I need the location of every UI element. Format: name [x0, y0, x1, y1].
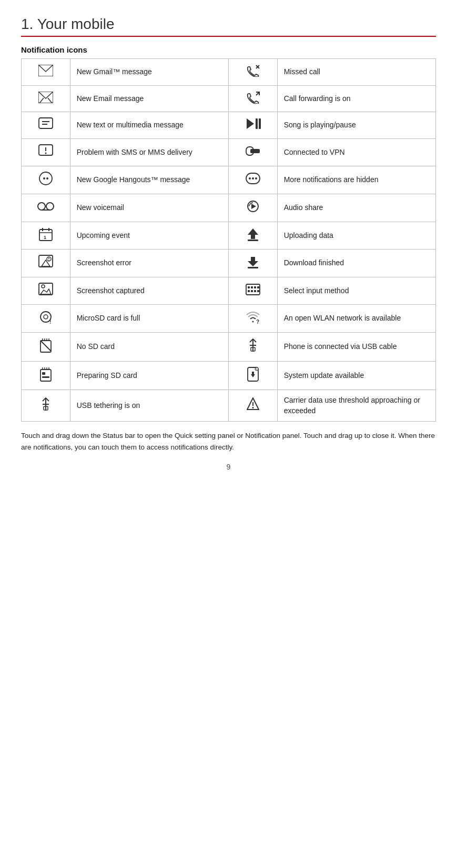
svg-line-4 [39, 98, 44, 103]
svg-rect-47 [246, 284, 260, 295]
left-label-9: MicroSD card is full [70, 305, 228, 333]
left-label-4: New Google Hangouts™ message [70, 166, 228, 194]
svg-rect-7 [39, 118, 53, 128]
screenshot-error-icon [22, 250, 70, 277]
sms-error-icon [22, 138, 70, 166]
system-update-icon [228, 361, 277, 390]
preparing-sd-icon [22, 361, 70, 390]
table-row: New voicemail Audio share [22, 194, 436, 222]
svg-marker-29 [251, 204, 256, 209]
svg-rect-50 [254, 286, 256, 288]
svg-rect-52 [248, 290, 250, 292]
svg-point-25 [38, 203, 45, 210]
notification-table: New Gmail™ message Missed call New Email… [21, 58, 436, 422]
svg-point-26 [46, 203, 54, 210]
svg-text:?: ? [256, 319, 259, 324]
usb-icon [228, 332, 277, 361]
table-row: Problem with SMS or MMS delivery Connect… [22, 138, 436, 166]
right-label-1: Call forwarding is on [277, 85, 435, 112]
right-label-6: Uploading data [277, 222, 435, 250]
svg-point-22 [249, 177, 251, 179]
download-icon [228, 250, 277, 277]
svg-rect-74 [42, 372, 45, 375]
left-label-5: New voicemail [70, 194, 228, 222]
right-label-4: More notifications are hidden [277, 166, 435, 194]
svg-rect-75 [42, 376, 49, 378]
svg-text:!: ! [49, 319, 51, 324]
svg-point-15 [45, 152, 46, 154]
page-number: 9 [21, 463, 436, 471]
svg-point-57 [44, 315, 48, 319]
left-label-8: Screenshot captured [70, 277, 228, 305]
svg-marker-35 [248, 228, 258, 239]
right-label-9: An open WLAN network is available [277, 305, 435, 333]
sms-icon [22, 112, 70, 139]
svg-rect-12 [259, 118, 261, 129]
usb-tether-icon [22, 390, 70, 422]
right-label-3: Connected to VPN [277, 138, 435, 166]
right-label-5: Audio share [277, 194, 435, 222]
right-label-7: Download finished [277, 250, 435, 277]
left-label-0: New Gmail™ message [70, 59, 228, 86]
svg-marker-10 [247, 118, 254, 129]
svg-point-20 [46, 177, 48, 179]
audio-share-icon [228, 194, 277, 222]
svg-point-86 [252, 407, 253, 408]
screenshot-captured-icon [22, 277, 70, 305]
right-label-11: System update available [277, 361, 435, 390]
table-row: New Google Hangouts™ message More notifi… [22, 166, 436, 194]
footer-text: Touch and drag down the Status bar to op… [21, 430, 436, 453]
svg-marker-77 [251, 372, 255, 377]
svg-rect-43 [248, 267, 258, 268]
left-label-7: Screenshot error [70, 250, 228, 277]
right-label-2: Song is playing/pause [277, 112, 435, 139]
left-label-1: New Email message [70, 85, 228, 112]
more-notif-icon [228, 166, 277, 194]
svg-rect-36 [248, 240, 258, 241]
wlan-icon: ? [228, 305, 277, 333]
svg-point-19 [43, 177, 45, 179]
section-title: Notification icons [21, 45, 436, 54]
left-label-10: No SD card [70, 332, 228, 361]
missed-call-icon [228, 59, 277, 86]
left-label-12: USB tethering is on [70, 390, 228, 422]
svg-point-23 [252, 177, 254, 179]
no-sd-icon [22, 332, 70, 361]
svg-rect-51 [257, 286, 259, 288]
svg-rect-11 [256, 118, 258, 129]
vpn-icon [228, 138, 277, 166]
table-row: No SD card Phone is connected via USB ca… [22, 332, 436, 361]
svg-line-5 [48, 98, 52, 103]
hangouts-icon [22, 166, 70, 194]
voicemail-icon [22, 194, 70, 222]
upcoming-event-icon: 1 [22, 222, 70, 250]
table-row: New text or multimedia message Song is p… [22, 112, 436, 139]
svg-rect-37 [39, 255, 53, 267]
svg-rect-69 [40, 370, 51, 381]
svg-rect-55 [257, 290, 259, 292]
table-row: USB tethering is on Carrier data use thr… [22, 390, 436, 422]
table-row: 1 Upcoming event Uploading data [22, 222, 436, 250]
svg-point-46 [42, 285, 45, 288]
gmail-icon [22, 59, 70, 86]
svg-point-18 [39, 172, 52, 185]
carrier-data-icon [228, 390, 277, 422]
svg-text:1: 1 [44, 235, 46, 240]
left-label-3: Problem with SMS or MMS delivery [70, 138, 228, 166]
input-method-icon [228, 277, 277, 305]
svg-point-80 [257, 369, 257, 370]
svg-rect-53 [251, 290, 253, 292]
svg-line-65 [40, 341, 51, 351]
left-label-2: New text or multimedia message [70, 112, 228, 139]
table-row: Preparing SD card System update availabl… [22, 361, 436, 390]
right-label-10: Phone is connected via USB cable [277, 332, 435, 361]
page-title: 1. Your mobile [21, 16, 436, 37]
table-row: New Email message Call forwarding is on [22, 85, 436, 112]
email-icon [22, 85, 70, 112]
left-label-6: Upcoming event [70, 222, 228, 250]
right-label-0: Missed call [277, 59, 435, 86]
right-label-12: Carrier data use threshold approaching o… [277, 390, 435, 422]
song-icon [228, 112, 277, 139]
svg-point-24 [255, 177, 257, 179]
table-row: New Gmail™ message Missed call [22, 59, 436, 86]
